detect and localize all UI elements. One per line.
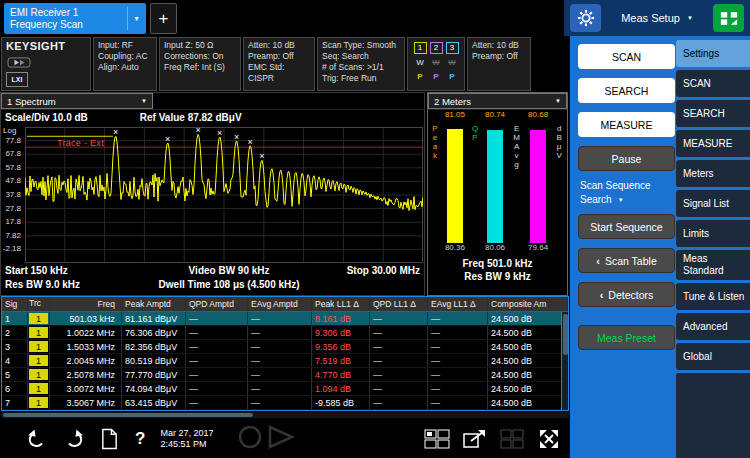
column-header-freq: Freq (50, 297, 122, 311)
composite-cell: 24.500 dB (488, 382, 568, 395)
scan-sequence-value: Search (580, 194, 612, 205)
grid-faint-icon (500, 429, 524, 449)
trace-number-badge: 1 (29, 355, 48, 366)
spectrum-window-select[interactable]: 1 Spectrum ▼ (1, 93, 153, 109)
eavg-ll1-cell: — (428, 396, 488, 409)
window-export-button[interactable] (463, 429, 487, 449)
table-horizontal-scrollbar[interactable] (1, 412, 569, 418)
header-info-line: Freq Ref: Int (S) (164, 62, 236, 73)
meter-freq-info: Freq 501.0 kHz Res BW 9 kHz (428, 257, 567, 283)
meter-bar-qp: 80.7480.06 (480, 110, 510, 254)
trace-indicators-panel[interactable]: 123WWWPPP (407, 37, 465, 91)
table-row[interactable]: 11501.03 kHz81.161 dBμV——8.161 dB——24.50… (2, 312, 568, 326)
y-axis-labels: 77.867.857.847.837.827.817.87.82-2.18 (1, 127, 23, 263)
header-info-line: Align: Auto (98, 62, 152, 73)
scan-table-button[interactable]: ‹ Scan Table (578, 248, 675, 273)
tab-meas-standard[interactable]: Meas Standard (676, 250, 750, 280)
pause-button[interactable]: Pause (578, 146, 675, 171)
measure-button[interactable]: MEASURE (578, 112, 675, 137)
help-button[interactable]: ? (133, 429, 147, 449)
meters-window[interactable]: 2 Meters ▼ P e a k81.0580.36Q P80.7480.0… (427, 92, 568, 296)
spectrum-window[interactable]: 1 Spectrum ▼ Scale/Div 10.0 dB Ref Value… (0, 92, 425, 296)
peak-amptd-cell: 80.519 dBμV (122, 354, 186, 367)
meter-value: 80.06 (480, 243, 510, 254)
table-row[interactable]: 713.5067 MHz63.415 dBμV——-9.585 dB——24.5… (2, 396, 568, 410)
freq-cell: 3.5067 MHz (50, 396, 122, 409)
scrollbar-thumb[interactable] (3, 413, 253, 417)
tab-settings[interactable]: Settings (676, 40, 750, 67)
signal-marker: × (195, 127, 200, 135)
remote-apps-button[interactable] (713, 4, 744, 32)
fullscreen-button[interactable] (537, 427, 561, 451)
tab-limits[interactable]: Limits (676, 220, 750, 247)
add-screen-button[interactable]: + (150, 3, 177, 34)
tab-search[interactable]: SEARCH (676, 100, 750, 127)
peak-amptd-cell: 82.356 dBμV (122, 340, 186, 353)
top-bar: EMI Receiver 1 Frequency Scan ▼ + (0, 0, 750, 36)
table-header-row: SigTrcFreqPeak AmptdQPD AmptdEAvg AmptdP… (2, 297, 568, 312)
table-row[interactable]: 613.0072 MHz74.094 dBμV——1.094 dB——24.50… (2, 382, 568, 396)
sig-cell: 1 (2, 312, 28, 325)
eavg-ll1-cell: — (428, 382, 488, 395)
column-header-sig: Sig (2, 297, 28, 311)
scale-div-label: Scale/Div 10.0 dB (5, 112, 88, 123)
undo-button[interactable] (25, 427, 49, 451)
chevron-down-icon: ▼ (618, 197, 624, 203)
y-axis-label: 37.8 (5, 190, 21, 199)
tab-tune-listen[interactable]: Tune & Listen (676, 283, 750, 310)
signal-list-table[interactable]: SigTrcFreqPeak AmptdQPD AmptdEAvg AmptdP… (1, 296, 569, 411)
meas-preset-button[interactable]: Meas Preset (578, 325, 675, 350)
meter-bar-area (480, 121, 510, 243)
system-settings-button[interactable] (570, 4, 601, 32)
y-axis-label: 17.8 (5, 217, 21, 226)
copy-screen-button[interactable] (99, 427, 120, 451)
qpd-amptd-cell: — (186, 382, 248, 395)
peak-ll1-cell: 7.519 dB (312, 354, 370, 367)
scan-sequence-label: Scan Sequence (580, 180, 675, 191)
tab-meters[interactable]: Meters (676, 160, 750, 187)
tab-scan[interactable]: SCAN (676, 70, 750, 97)
qpd-ll1-cell: — (370, 354, 428, 367)
header-info-line: # of Scans: >1/1 (322, 62, 400, 73)
meas-setup-menu[interactable]: Meas Setup ▼ (608, 12, 706, 24)
meter-max-value: 81.05 (440, 110, 470, 121)
tab-advanced[interactable]: Advanced (676, 313, 750, 340)
table-row[interactable]: 311.5033 MHz82.356 dBμV——9.356 dB——24.50… (2, 340, 568, 354)
tab-measure[interactable]: MEASURE (676, 130, 750, 157)
scan-sequence-dropdown[interactable]: Scan Sequence Search ▼ (580, 180, 675, 205)
datetime-display[interactable]: Mar 27, 2017 2:45:51 PM (160, 428, 213, 450)
scan-button[interactable]: SCAN (578, 44, 675, 69)
trc-cell: 1 (28, 368, 50, 381)
trc-cell: 1 (28, 354, 50, 367)
peak-ll1-cell: 4.770 dB (312, 368, 370, 381)
meters-window-select[interactable]: 2 Meters ▼ (428, 93, 567, 109)
detectors-button[interactable]: ‹ Detectors (578, 282, 675, 307)
search-button[interactable]: SEARCH (578, 78, 675, 103)
table-row[interactable]: 412.0045 MHz80.519 dBμV——7.519 dB——24.50… (2, 354, 568, 368)
table-row[interactable]: 512.5078 MHz77.770 dBμV——4.770 dB——24.50… (2, 368, 568, 382)
qpd-amptd-cell: — (186, 326, 248, 339)
spectrum-bottom-row1: Start 150 kHz Video BW 90 kHz Stop 30.00… (1, 265, 424, 279)
tab-global[interactable]: Global (676, 343, 750, 370)
chevron-down-icon[interactable]: ▼ (127, 7, 143, 30)
qpd-amptd-cell: — (186, 354, 248, 367)
meter-label-qp: Q P (470, 110, 480, 254)
spectrum-chart[interactable]: Log 77.867.857.847.837.827.817.87.82-2.1… (1, 125, 424, 265)
sig-cell: 3 (2, 340, 28, 353)
emi-receiver-screen: EMI Receiver 1 Frequency Scan ▼ + (0, 0, 750, 458)
start-sequence-button[interactable]: Start Sequence (578, 214, 675, 239)
table-vertical-scrollbar[interactable] (561, 312, 568, 410)
header-info-line: Preamp: Off (472, 51, 526, 62)
qpd-amptd-cell: — (186, 340, 248, 353)
qpd-amptd-cell: — (186, 312, 248, 325)
attenuation-settings-panel: Atten: 10 dBPreamp: OffEMC Std: CISPR (243, 37, 315, 91)
scrollbar-thumb[interactable] (563, 314, 568, 355)
meter-max-value: 80.74 (480, 110, 510, 121)
table-row[interactable]: 211.0022 MHz76.306 dBμV——9.306 dB——24.50… (2, 326, 568, 340)
grid-view-button[interactable] (500, 429, 524, 449)
screen-tab[interactable]: EMI Receiver 1 Frequency Scan ▼ (4, 3, 146, 34)
window-layout-button[interactable] (424, 429, 450, 449)
tab-signal-list[interactable]: Signal List (676, 190, 750, 217)
redo-button[interactable] (62, 427, 86, 451)
meter-bars: P e a k81.0580.36Q P80.7480.06E M A v g8… (428, 110, 567, 254)
